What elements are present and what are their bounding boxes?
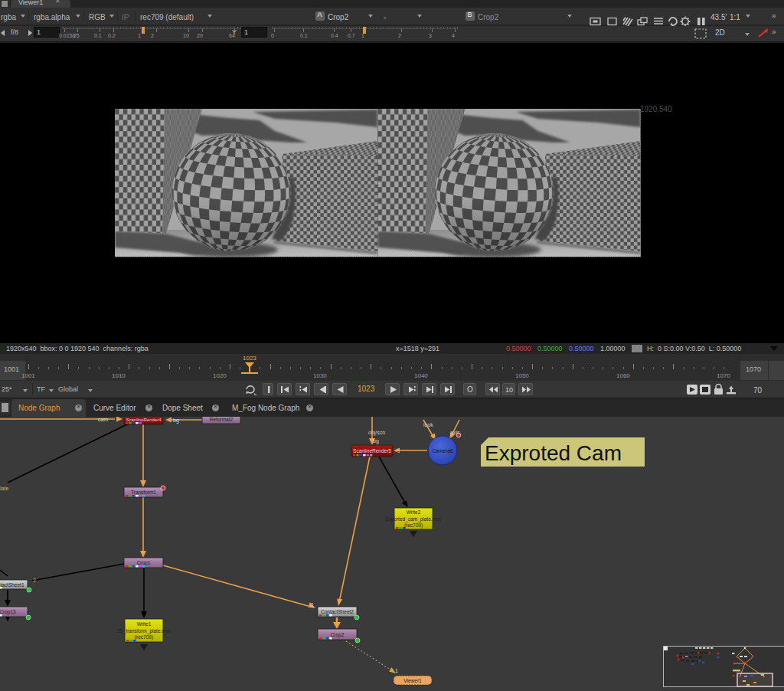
svg-text:1: 1 bbox=[311, 602, 314, 607]
svg-text:2D_transform_plate.mov: 2D_transform_plate.mov bbox=[116, 628, 172, 634]
svg-text:obj/scn: obj/scn bbox=[368, 430, 385, 436]
svg-text:ContactSheet2: ContactSheet2 bbox=[321, 609, 354, 614]
svg-text:O: O bbox=[467, 385, 473, 394]
svg-text:Crop2: Crop2 bbox=[331, 632, 345, 638]
svg-text:2: 2 bbox=[33, 578, 36, 583]
svg-text:1: 1 bbox=[395, 668, 398, 673]
svg-text:cam: cam bbox=[98, 417, 108, 422]
svg-text:ContactSheet1: ContactSheet1 bbox=[0, 582, 24, 588]
svg-text:Exproted Cam: Exproted Cam bbox=[485, 441, 622, 465]
svg-text:70: 70 bbox=[753, 386, 763, 395]
svg-text:late: late bbox=[0, 486, 8, 491]
svg-text:bg: bg bbox=[173, 418, 179, 424]
svg-text:Write1: Write1 bbox=[137, 621, 152, 627]
svg-text:look: look bbox=[423, 422, 433, 427]
svg-text:10: 10 bbox=[505, 386, 513, 394]
svg-text:bg: bg bbox=[373, 438, 379, 444]
svg-text:Crop13: Crop13 bbox=[0, 609, 16, 615]
svg-text:(rec709): (rec709) bbox=[404, 522, 423, 529]
svg-text:Viewer1: Viewer1 bbox=[403, 678, 422, 683]
svg-text:ScanlineRender4: ScanlineRender4 bbox=[126, 418, 162, 422]
svg-text:(rec709): (rec709) bbox=[135, 634, 153, 640]
svg-text:cam: cam bbox=[397, 450, 407, 455]
svg-text:Write2: Write2 bbox=[407, 509, 421, 515]
svg-text:Reformat2: Reformat2 bbox=[210, 417, 234, 422]
svg-text:Crop1: Crop1 bbox=[137, 560, 151, 566]
svg-text:Transform1: Transform1 bbox=[131, 490, 156, 495]
svg-text:ScanlineRender5: ScanlineRender5 bbox=[353, 448, 391, 454]
svg-text:Camera6: Camera6 bbox=[433, 448, 453, 454]
svg-text:Exported_cam_plate.mov: Exported_cam_plate.mov bbox=[385, 516, 442, 522]
